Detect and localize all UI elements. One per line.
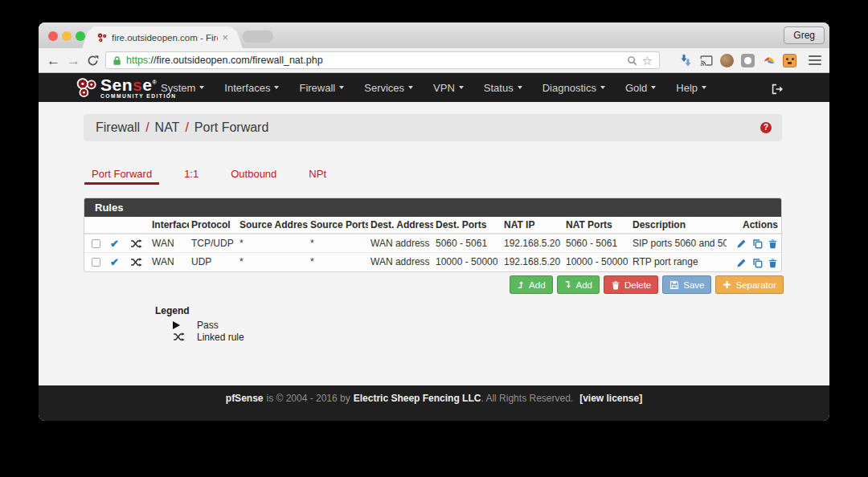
forward-icon[interactable]: → — [67, 54, 80, 67]
camera-extension-icon[interactable] — [740, 53, 755, 68]
logout-icon[interactable] — [771, 81, 784, 96]
tab-close-icon[interactable]: × — [222, 32, 228, 43]
tab-outbound[interactable]: Outbound — [223, 162, 284, 185]
footer-brand: pfSense — [226, 393, 264, 404]
cell-interface: WAN — [149, 253, 189, 271]
minimize-window-button[interactable] — [62, 31, 72, 41]
chevron-down-icon — [518, 86, 522, 89]
chevron-down-icon — [651, 86, 656, 89]
help-icon[interactable]: ? — [760, 122, 772, 133]
breadcrumb-separator: / — [145, 120, 149, 135]
col-source-address: Source Address — [237, 217, 308, 234]
close-window-button[interactable] — [48, 31, 58, 41]
menu-interfaces[interactable]: Interfaces — [224, 82, 279, 94]
menu-vpn[interactable]: VPN — [433, 82, 464, 94]
cell-description: SIP ports 5060 and 5061 — [630, 234, 727, 253]
menu-help[interactable]: Help — [676, 82, 706, 94]
view-license-link[interactable]: [view license] — [579, 393, 642, 404]
chrome-profile-button[interactable]: Greg — [784, 26, 825, 44]
logo-subtitle: COMMUNITY EDITION — [100, 94, 177, 100]
boomerang-extension-icon[interactable] — [761, 53, 776, 68]
zoom-window-button[interactable] — [76, 31, 85, 41]
chevron-down-icon — [702, 86, 706, 89]
add-rule-bottom-button[interactable]: Add — [557, 275, 600, 294]
add-separator-button[interactable]: Separator — [715, 275, 784, 294]
cell-interface: WAN — [149, 234, 189, 253]
chevron-down-icon — [199, 86, 204, 89]
col-description: Description — [630, 217, 727, 234]
browser-toolbar: ← → https://fire.outsideopen.com/firewal… — [39, 48, 829, 73]
trash-icon — [611, 280, 620, 290]
delete-rule-icon[interactable] — [768, 256, 778, 267]
url-text: https://fire.outsideopen.com/firewall_na… — [126, 55, 323, 66]
rule-row-sip: ✔ WAN TCP/UDP * * WAN address 5060 - 506… — [84, 234, 783, 253]
edit-rule-icon[interactable] — [736, 256, 747, 267]
breadcrumb-port-forward[interactable]: Port Forward — [194, 120, 268, 135]
col-protocol: Protocol — [189, 217, 237, 234]
avatar-extension-icon[interactable] — [719, 53, 735, 68]
table-header-row: Interface Protocol Source Address Source… — [84, 217, 783, 234]
browser-tab[interactable]: fire.outsideopen.com - Fire × — [90, 26, 235, 48]
tab-port-forward[interactable]: Port Forward — [84, 162, 159, 185]
rules-panel: Rules Interface Protocol Source Address … — [84, 198, 782, 272]
new-tab-button[interactable] — [243, 31, 273, 43]
linked-rule-icon — [130, 258, 142, 267]
cell-source-address: * — [237, 253, 308, 271]
robot-extension-icon[interactable] — [782, 53, 797, 68]
cell-dest-ports: 5060 - 5061 — [433, 234, 502, 253]
pfsense-favicon — [96, 32, 108, 43]
rules-action-buttons: Add Add Delete Save Separator — [510, 275, 784, 294]
floppy-save-icon — [669, 280, 679, 290]
nat-tabstrip: Port Forward 1:1 Outbound NPt — [84, 162, 334, 185]
extension-icons — [678, 53, 821, 68]
delete-selected-button[interactable]: Delete — [604, 275, 658, 294]
cast-extension-icon[interactable] — [698, 53, 714, 68]
rule-checkbox[interactable] — [92, 258, 100, 267]
footer-company: Electric Sheep Fencing LLC — [354, 393, 481, 404]
cell-nat-ports: 10000 - 50000 — [563, 253, 630, 271]
menu-gold[interactable]: Gold — [625, 82, 656, 94]
cell-source-ports: * — [308, 253, 368, 271]
reload-icon[interactable] — [87, 55, 99, 67]
copy-rule-icon[interactable] — [752, 256, 763, 267]
save-button[interactable]: Save — [662, 275, 711, 294]
screenshot-canvas: fire.outsideopen.com - Fire × Greg ← → h… — [0, 0, 868, 477]
menu-firewall[interactable]: Firewall — [299, 82, 344, 94]
cell-source-ports: * — [308, 234, 368, 253]
chevron-down-icon — [459, 86, 464, 89]
level-down-icon — [564, 280, 572, 289]
download-extension-icon[interactable] — [678, 53, 693, 68]
linked-rule-icon — [173, 332, 185, 341]
breadcrumb-firewall[interactable]: Firewall — [96, 120, 140, 135]
browser-tab-title: fire.outsideopen.com - Fire — [112, 33, 218, 43]
menu-diagnostics[interactable]: Diagnostics — [542, 82, 605, 94]
bookmark-star-icon[interactable]: ☆ — [642, 55, 653, 67]
pass-check-icon: ✔ — [110, 257, 119, 267]
tab-one-to-one[interactable]: 1:1 — [177, 162, 206, 185]
back-icon[interactable]: ← — [47, 54, 60, 67]
page-footer: pfSenseis © 2004 - 2016 byElectric Sheep… — [39, 385, 829, 421]
menu-services[interactable]: Services — [364, 82, 413, 94]
breadcrumb-nat[interactable]: NAT — [155, 120, 180, 135]
col-select — [84, 217, 102, 234]
tab-npt[interactable]: NPt — [301, 162, 334, 185]
breadcrumb: Firewall / NAT / Port Forward ? — [84, 114, 782, 141]
legend-pass: Pass — [173, 319, 244, 331]
pfsense-logo[interactable]: Sense® COMMUNITY EDITION — [76, 76, 177, 100]
copy-rule-icon[interactable] — [752, 238, 763, 249]
rule-checkbox[interactable] — [92, 239, 100, 248]
add-rule-top-button[interactable]: Add — [510, 275, 552, 294]
menu-status[interactable]: Status — [484, 82, 522, 94]
address-bar[interactable]: https://fire.outsideopen.com/firewall_na… — [105, 51, 660, 69]
delete-rule-icon[interactable] — [768, 238, 778, 249]
edit-rule-icon[interactable] — [736, 238, 747, 249]
cell-protocol: UDP — [189, 253, 237, 271]
zoom-page-icon[interactable] — [627, 55, 637, 66]
chrome-menu-icon[interactable] — [809, 55, 821, 66]
legend-title: Legend — [155, 305, 244, 316]
col-source-ports: Source Ports — [308, 217, 368, 234]
cell-source-address: * — [237, 234, 308, 253]
chevron-down-icon — [600, 86, 605, 89]
linked-rule-icon — [130, 239, 142, 248]
level-up-icon — [517, 280, 525, 289]
